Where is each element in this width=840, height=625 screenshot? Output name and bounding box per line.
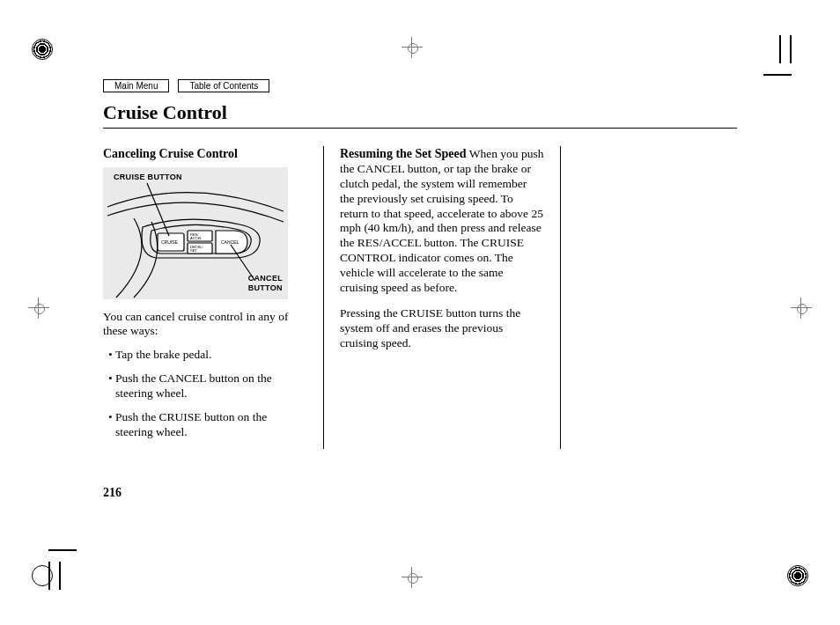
page-content: Main Menu Table of Contents Cruise Contr… — [103, 79, 737, 500]
column-2: Resuming the Set Speed When you push the… — [324, 146, 561, 449]
col1-subhead: Canceling Cruise Control — [103, 146, 307, 162]
bullet-3: Push the CRUISE button on the steering w… — [115, 410, 307, 440]
svg-text:CANCEL: CANCEL — [221, 239, 239, 245]
col2-p2: Pressing the CRUISE button turns the sys… — [340, 306, 544, 351]
toc-button[interactable]: Table of Contents — [178, 79, 269, 92]
steering-wheel-diagram: CRUISE BUTTON CANCEL BUTTON — [103, 167, 288, 299]
col2-subhead: Resuming the Set Speed — [340, 147, 467, 160]
diagram-label-cruise: CRUISE BUTTON — [114, 173, 182, 182]
svg-line-3 — [147, 183, 169, 236]
diagram-label-cancel: CANCEL BUTTON — [248, 274, 283, 294]
col2-p1: When you push the CANCEL button, or tap … — [340, 147, 543, 294]
page-number: 216 — [103, 486, 737, 500]
cancel-methods-list: Tap the brake pedal. Push the CANCEL but… — [103, 348, 307, 439]
nav-buttons: Main Menu Table of Contents — [103, 79, 737, 92]
svg-text:SET: SET — [190, 248, 197, 253]
svg-text:ACCEL: ACCEL — [190, 236, 203, 240]
col1-intro: You can cancel cruise control in any of … — [103, 310, 307, 340]
main-menu-button[interactable]: Main Menu — [103, 79, 169, 92]
btn-cruise-text: CRUISE — [161, 239, 179, 245]
bullet-2: Push the CANCEL button on the steering w… — [115, 371, 307, 401]
title-rule — [103, 128, 737, 129]
page-title: Cruise Control — [103, 101, 737, 124]
column-1: Canceling Cruise Control CRUISE BUTTON C… — [103, 146, 324, 449]
bullet-1: Tap the brake pedal. — [115, 348, 307, 363]
